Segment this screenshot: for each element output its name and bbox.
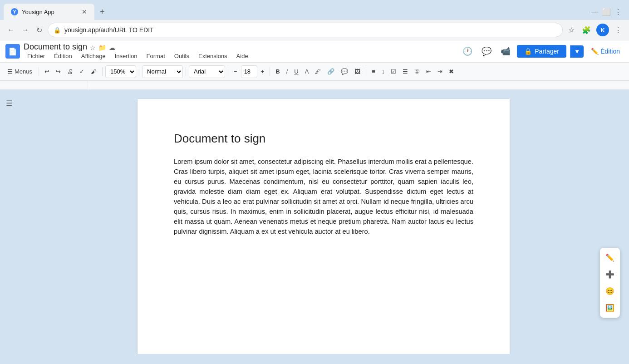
ruler — [0, 81, 629, 90]
maximize-button[interactable]: ⬜ — [602, 8, 611, 16]
profile-button[interactable]: K — [596, 24, 609, 36]
document-body-paragraph[interactable]: Lorem ipsum dolor sit amet, consectetur … — [174, 157, 473, 236]
comments-button[interactable]: 💬 — [479, 44, 494, 59]
active-tab[interactable]: Y Yousign App ✕ — [4, 4, 94, 20]
forward-button[interactable]: → — [20, 24, 31, 36]
float-image-button[interactable]: 🖼️ — [602, 300, 618, 316]
sidebar-outline: ☰ — [0, 90, 18, 354]
address-bar[interactable]: 🔒 yousign.app/auth/URL TO EDIT — [48, 23, 563, 37]
line-spacing-button[interactable]: ↕ — [379, 66, 388, 77]
separator-7 — [366, 67, 366, 76]
comment-button[interactable]: 💬 — [338, 66, 351, 77]
menu-icon: ☰ — [7, 68, 13, 75]
share-button[interactable]: 🔒 Partager — [517, 45, 566, 58]
tab-title: Yousign App — [22, 9, 54, 15]
bold-button[interactable]: B — [273, 66, 282, 77]
menus-button[interactable]: ☰ Menus — [4, 66, 36, 77]
share-label: Partager — [535, 48, 559, 55]
bullet-list-button[interactable]: ☰ — [400, 66, 411, 77]
float-add-button[interactable]: ➕ — [602, 266, 618, 282]
text-color-button[interactable]: A — [302, 66, 312, 77]
tab-favicon: Y — [11, 8, 18, 15]
folder-icon[interactable]: 📁 — [98, 44, 106, 51]
new-tab-button[interactable]: + — [96, 5, 108, 19]
spellcheck-button[interactable]: ✓ — [77, 66, 87, 77]
lock-icon: 🔒 — [54, 27, 61, 34]
decrease-indent-button[interactable]: ⇤ — [423, 66, 434, 77]
menu-affichage[interactable]: Affichage — [78, 52, 109, 60]
float-emoji-button[interactable]: 😊 — [602, 283, 618, 299]
more-options-button[interactable]: ⋮ — [613, 24, 624, 36]
separator-1 — [39, 67, 39, 76]
align-button[interactable]: ≡ — [369, 66, 378, 77]
menu-fichier[interactable]: Fichier — [24, 52, 49, 60]
bookmark-button[interactable]: ☆ — [566, 24, 576, 36]
zoom-select[interactable]: 150% 100% 75% — [105, 65, 136, 78]
menu-format[interactable]: Format — [143, 52, 169, 60]
style-select[interactable]: Normal Titre 1 Titre 2 — [142, 65, 183, 78]
tab-close-button[interactable]: ✕ — [82, 8, 87, 15]
separator-4 — [186, 67, 186, 76]
link-button[interactable]: 🔗 — [324, 66, 337, 77]
history-button[interactable]: 🕐 — [460, 44, 475, 59]
highlight-button[interactable]: 🖊 — [312, 66, 324, 77]
document-area[interactable]: Document to sign Lorem ipsum dolor sit a… — [18, 90, 629, 354]
refresh-button[interactable]: ↻ — [34, 24, 44, 36]
header-actions: 🕐 💬 📹 🔒 Partager ▼ ✏️ Édition — [460, 44, 624, 59]
print-button[interactable]: 🖨 — [64, 66, 76, 77]
minimize-button[interactable]: — — [591, 8, 598, 16]
window-controls: — ⬜ ⋮ — [591, 8, 625, 16]
camera-button[interactable]: 📹 — [498, 44, 513, 59]
font-select[interactable]: Arial Times New Roman — [189, 65, 225, 78]
back-button[interactable]: ← — [5, 24, 16, 36]
logo-icon: 📄 — [8, 47, 17, 56]
image-button[interactable]: 🖼 — [352, 66, 363, 77]
outline-icon[interactable]: ☰ — [6, 99, 12, 354]
menu-aide[interactable]: Aide — [233, 52, 252, 60]
ruler-inner — [88, 81, 541, 89]
menu-extensions[interactable]: Extensions — [195, 52, 231, 60]
numbered-list-button[interactable]: ① — [412, 66, 423, 77]
document-heading: Document to sign — [174, 132, 473, 146]
extension-button[interactable]: 🧩 — [580, 24, 593, 36]
url-text: yousign.app/auth/URL TO EDIT — [64, 26, 557, 34]
document-title[interactable]: Document to sign — [24, 42, 87, 52]
font-size-decrease-button[interactable]: − — [231, 66, 240, 77]
increase-indent-button[interactable]: ⇥ — [435, 66, 445, 77]
docs-header: 📄 Document to sign ☆ 📁 ☁ Fichier Édition… — [0, 40, 629, 63]
separator-6 — [270, 67, 270, 76]
separator-3 — [139, 67, 139, 76]
font-size-increase-button[interactable]: + — [258, 66, 267, 77]
docs-logo: 📄 — [5, 44, 20, 59]
menu-outils[interactable]: Outils — [171, 52, 193, 60]
italic-button[interactable]: I — [284, 66, 291, 77]
docs-toolbar: ☰ Menus ↩ ↪ 🖨 ✓ 🖌 150% 100% 75% Normal T… — [0, 63, 629, 81]
browser-chrome: Y Yousign App ✕ + — ⬜ ⋮ ← → ↻ 🔒 yousign.… — [0, 0, 629, 40]
share-dropdown-button[interactable]: ▼ — [570, 45, 584, 58]
cloud-icon[interactable]: ☁ — [109, 44, 115, 51]
title-icons: ☆ 📁 ☁ — [90, 44, 115, 51]
floating-sidebar: ✏️ ➕ 😊 🖼️ — [600, 248, 620, 318]
menu-insertion[interactable]: Insertion — [111, 52, 141, 60]
float-edit-button[interactable]: ✏️ — [602, 250, 618, 266]
tab-bar: Y Yousign App ✕ + — ⬜ ⋮ — [0, 0, 629, 20]
address-bar-row: ← → ↻ 🔒 yousign.app/auth/URL TO EDIT ☆ 🧩… — [0, 20, 629, 40]
clear-formatting-button[interactable]: ✖ — [446, 66, 457, 77]
window-menu-button[interactable]: ⋮ — [614, 8, 622, 16]
docs-body: ☰ Document to sign Lorem ipsum dolor sit… — [0, 90, 629, 354]
edition-label: Édition — [600, 48, 620, 55]
docs-menu-bar: Fichier Édition Affichage Insertion Form… — [24, 52, 252, 60]
docs-app: 📄 Document to sign ☆ 📁 ☁ Fichier Édition… — [0, 40, 629, 354]
menu-edition[interactable]: Édition — [50, 52, 76, 60]
underline-button[interactable]: U — [291, 66, 301, 77]
edition-button[interactable]: ✏️ Édition — [587, 46, 624, 57]
checklist-button[interactable]: ☑ — [388, 66, 399, 77]
document-page: Document to sign Lorem ipsum dolor sit a… — [138, 99, 510, 354]
redo-button[interactable]: ↪ — [53, 66, 64, 77]
browser-actions: ☆ 🧩 K ⋮ — [566, 24, 624, 36]
star-icon[interactable]: ☆ — [90, 44, 96, 51]
separator-5 — [228, 67, 228, 76]
font-size-input[interactable] — [241, 65, 257, 78]
paint-format-button[interactable]: 🖌 — [88, 66, 99, 77]
undo-button[interactable]: ↩ — [42, 66, 52, 77]
